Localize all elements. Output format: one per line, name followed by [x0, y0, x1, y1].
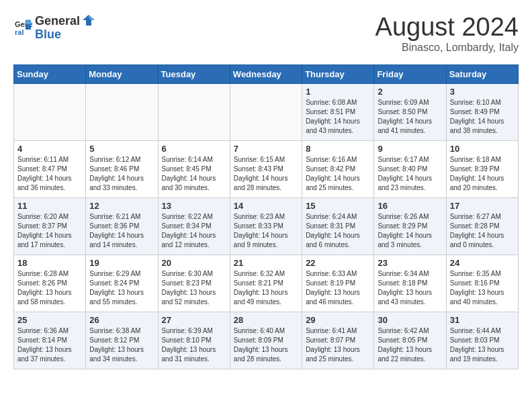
- day-info: Sunrise: 6:12 AM Sunset: 8:46 PM Dayligh…: [89, 155, 154, 193]
- location-title: Binasco, Lombardy, Italy: [375, 42, 519, 54]
- column-header-thursday: Thursday: [302, 64, 374, 83]
- day-info: Sunrise: 6:08 AM Sunset: 8:51 PM Dayligh…: [306, 98, 370, 136]
- day-number: 17: [450, 201, 515, 211]
- day-number: 28: [234, 315, 298, 325]
- column-header-saturday: Saturday: [446, 64, 518, 83]
- day-number: 10: [450, 144, 515, 154]
- calendar-cell: 8Sunrise: 6:16 AM Sunset: 8:42 PM Daylig…: [302, 140, 374, 197]
- day-info: Sunrise: 6:44 AM Sunset: 8:03 PM Dayligh…: [450, 326, 515, 364]
- day-info: Sunrise: 6:09 AM Sunset: 8:50 PM Dayligh…: [378, 98, 442, 136]
- calendar-cell: [14, 83, 86, 140]
- logo: Gene ral General Blue: [13, 13, 96, 40]
- day-info: Sunrise: 6:41 AM Sunset: 8:07 PM Dayligh…: [306, 326, 370, 364]
- column-header-monday: Monday: [86, 64, 158, 83]
- day-info: Sunrise: 6:18 AM Sunset: 8:39 PM Dayligh…: [450, 155, 515, 193]
- calendar-cell: 26Sunrise: 6:38 AM Sunset: 8:12 PM Dayli…: [86, 312, 158, 369]
- column-header-sunday: Sunday: [14, 64, 86, 83]
- calendar-cell: 5Sunrise: 6:12 AM Sunset: 8:46 PM Daylig…: [86, 140, 158, 197]
- day-info: Sunrise: 6:21 AM Sunset: 8:36 PM Dayligh…: [89, 212, 154, 250]
- column-header-friday: Friday: [374, 64, 446, 83]
- day-info: Sunrise: 6:30 AM Sunset: 8:23 PM Dayligh…: [162, 269, 226, 307]
- calendar-cell: 6Sunrise: 6:14 AM Sunset: 8:45 PM Daylig…: [158, 140, 230, 197]
- calendar-cell: 29Sunrise: 6:41 AM Sunset: 8:07 PM Dayli…: [302, 312, 374, 369]
- day-number: 25: [17, 315, 82, 325]
- calendar-cell: [230, 83, 302, 140]
- calendar-cell: 12Sunrise: 6:21 AM Sunset: 8:36 PM Dayli…: [86, 197, 158, 255]
- calendar-cell: 2Sunrise: 6:09 AM Sunset: 8:50 PM Daylig…: [374, 83, 446, 140]
- day-info: Sunrise: 6:40 AM Sunset: 8:09 PM Dayligh…: [234, 326, 298, 364]
- day-number: 7: [234, 144, 298, 154]
- day-info: Sunrise: 6:35 AM Sunset: 8:16 PM Dayligh…: [450, 269, 515, 307]
- calendar-week-row: 11Sunrise: 6:20 AM Sunset: 8:37 PM Dayli…: [14, 197, 519, 255]
- calendar-cell: 22Sunrise: 6:33 AM Sunset: 8:19 PM Dayli…: [302, 255, 374, 312]
- day-number: 31: [450, 315, 515, 325]
- day-info: Sunrise: 6:39 AM Sunset: 8:10 PM Dayligh…: [162, 326, 226, 364]
- day-info: Sunrise: 6:28 AM Sunset: 8:26 PM Dayligh…: [17, 269, 82, 307]
- calendar-week-row: 1Sunrise: 6:08 AM Sunset: 8:51 PM Daylig…: [14, 83, 519, 140]
- day-info: Sunrise: 6:26 AM Sunset: 8:29 PM Dayligh…: [378, 212, 442, 250]
- day-info: Sunrise: 6:14 AM Sunset: 8:45 PM Dayligh…: [162, 155, 226, 193]
- day-info: Sunrise: 6:17 AM Sunset: 8:40 PM Dayligh…: [378, 155, 442, 193]
- calendar-table: SundayMondayTuesdayWednesdayThursdayFrid…: [13, 64, 519, 369]
- day-number: 22: [306, 258, 370, 268]
- month-title: August 2024: [375, 13, 519, 42]
- day-number: 5: [89, 144, 154, 154]
- day-number: 12: [89, 201, 154, 211]
- calendar-cell: 7Sunrise: 6:15 AM Sunset: 8:43 PM Daylig…: [230, 140, 302, 197]
- calendar-cell: 11Sunrise: 6:20 AM Sunset: 8:37 PM Dayli…: [14, 197, 86, 255]
- day-info: Sunrise: 6:42 AM Sunset: 8:05 PM Dayligh…: [378, 326, 442, 364]
- day-number: 16: [378, 201, 442, 211]
- day-number: 14: [234, 201, 298, 211]
- day-number: 9: [378, 144, 442, 154]
- day-info: Sunrise: 6:22 AM Sunset: 8:34 PM Dayligh…: [162, 212, 226, 250]
- calendar-cell: 31Sunrise: 6:44 AM Sunset: 8:03 PM Dayli…: [446, 312, 518, 369]
- day-info: Sunrise: 6:27 AM Sunset: 8:28 PM Dayligh…: [450, 212, 515, 250]
- day-info: Sunrise: 6:29 AM Sunset: 8:24 PM Dayligh…: [89, 269, 154, 307]
- calendar-cell: 17Sunrise: 6:27 AM Sunset: 8:28 PM Dayli…: [446, 197, 518, 255]
- calendar-cell: 19Sunrise: 6:29 AM Sunset: 8:24 PM Dayli…: [86, 255, 158, 312]
- day-number: 1: [306, 87, 370, 97]
- logo-text: General Blue: [35, 13, 96, 40]
- title-area: August 2024 Binasco, Lombardy, Italy: [375, 13, 519, 54]
- day-number: 29: [306, 315, 370, 325]
- calendar-cell: 28Sunrise: 6:40 AM Sunset: 8:09 PM Dayli…: [230, 312, 302, 369]
- day-number: 18: [17, 258, 82, 268]
- day-number: 19: [89, 258, 154, 268]
- calendar-week-row: 4Sunrise: 6:11 AM Sunset: 8:47 PM Daylig…: [14, 140, 519, 197]
- calendar-cell: 27Sunrise: 6:39 AM Sunset: 8:10 PM Dayli…: [158, 312, 230, 369]
- calendar-week-row: 25Sunrise: 6:36 AM Sunset: 8:14 PM Dayli…: [14, 312, 519, 369]
- logo-general: General: [35, 15, 80, 27]
- column-header-tuesday: Tuesday: [158, 64, 230, 83]
- day-number: 30: [378, 315, 442, 325]
- day-info: Sunrise: 6:33 AM Sunset: 8:19 PM Dayligh…: [306, 269, 370, 307]
- calendar-cell: 25Sunrise: 6:36 AM Sunset: 8:14 PM Dayli…: [14, 312, 86, 369]
- calendar-cell: 13Sunrise: 6:22 AM Sunset: 8:34 PM Dayli…: [158, 197, 230, 255]
- calendar-cell: 23Sunrise: 6:34 AM Sunset: 8:18 PM Dayli…: [374, 255, 446, 312]
- calendar-cell: 30Sunrise: 6:42 AM Sunset: 8:05 PM Dayli…: [374, 312, 446, 369]
- day-number: 4: [17, 144, 82, 154]
- day-number: 8: [306, 144, 370, 154]
- calendar-cell: 10Sunrise: 6:18 AM Sunset: 8:39 PM Dayli…: [446, 140, 518, 197]
- logo-icon: Gene ral: [13, 17, 32, 36]
- logo-bird-icon: [81, 13, 96, 28]
- day-number: 11: [17, 201, 82, 211]
- day-number: 27: [162, 315, 226, 325]
- calendar-cell: [86, 83, 158, 140]
- day-info: Sunrise: 6:23 AM Sunset: 8:33 PM Dayligh…: [234, 212, 298, 250]
- day-number: 26: [89, 315, 154, 325]
- day-info: Sunrise: 6:16 AM Sunset: 8:42 PM Dayligh…: [306, 155, 370, 193]
- calendar-header-row: SundayMondayTuesdayWednesdayThursdayFrid…: [14, 64, 519, 83]
- calendar-cell: 9Sunrise: 6:17 AM Sunset: 8:40 PM Daylig…: [374, 140, 446, 197]
- day-number: 21: [234, 258, 298, 268]
- calendar-cell: 18Sunrise: 6:28 AM Sunset: 8:26 PM Dayli…: [14, 255, 86, 312]
- calendar-cell: 21Sunrise: 6:32 AM Sunset: 8:21 PM Dayli…: [230, 255, 302, 312]
- calendar-cell: 16Sunrise: 6:26 AM Sunset: 8:29 PM Dayli…: [374, 197, 446, 255]
- page-header: Gene ral General Blue August 2024 Binasc…: [13, 13, 519, 54]
- calendar-cell: 24Sunrise: 6:35 AM Sunset: 8:16 PM Dayli…: [446, 255, 518, 312]
- day-number: 3: [450, 87, 515, 97]
- day-number: 13: [162, 201, 226, 211]
- day-number: 2: [378, 87, 442, 97]
- column-header-wednesday: Wednesday: [230, 64, 302, 83]
- day-info: Sunrise: 6:24 AM Sunset: 8:31 PM Dayligh…: [306, 212, 370, 250]
- calendar-cell: 20Sunrise: 6:30 AM Sunset: 8:23 PM Dayli…: [158, 255, 230, 312]
